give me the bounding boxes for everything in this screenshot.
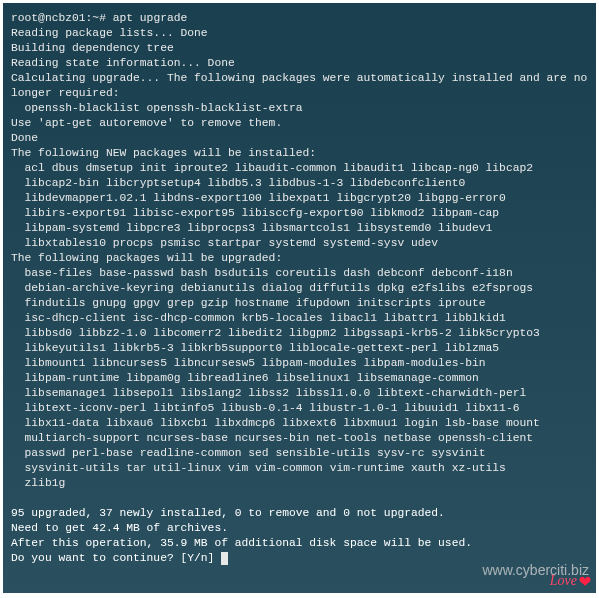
command-input: apt upgrade — [113, 12, 188, 24]
love-label: Love — [550, 573, 577, 589]
output-line: openssh-blacklist openssh-blacklist-extr… — [11, 102, 303, 114]
output-line: multiarch-support ncurses-base ncurses-b… — [11, 432, 533, 444]
output-line: passwd perl-base readline-common sed sen… — [11, 447, 486, 459]
output-line: sysvinit-utils tar util-linux vim vim-co… — [11, 462, 506, 474]
terminal-window[interactable]: root@ncbz01:~# apt upgrade Reading packa… — [3, 3, 596, 593]
output-line: libirs-export91 libisc-export95 libisccf… — [11, 207, 499, 219]
output-line: findutils gnupg gpgv grep gzip hostname … — [11, 297, 486, 309]
output-line: libxtables10 procps psmisc startpar syst… — [11, 237, 438, 249]
diskspace-line: After this operation, 35.9 MB of additio… — [11, 537, 472, 549]
output-line: The following NEW packages will be insta… — [11, 147, 316, 159]
output-line: Building dependency tree — [11, 42, 174, 54]
output-line: libbsd0 libbz2-1.0 libcomerr2 libedit2 l… — [11, 327, 540, 339]
output-line: libmount1 libncurses5 libncursesw5 libpa… — [11, 357, 486, 369]
output-line: Calculating upgrade... The following pac… — [11, 72, 594, 99]
output-line: libpam-systemd libpcre3 libprocps3 libsm… — [11, 222, 492, 234]
output-line: libtext-iconv-perl libtinfo5 libusb-0.1-… — [11, 402, 519, 414]
output-line: Reading state information... Done — [11, 57, 235, 69]
output-line: acl dbus dmsetup init iproute2 libaudit-… — [11, 162, 533, 174]
output-line: libkeyutils1 libkrb5-3 libkrb5support0 l… — [11, 342, 499, 354]
output-line: Reading package lists... Done — [11, 27, 208, 39]
output-line: Done — [11, 132, 38, 144]
output-line: zlib1g — [11, 477, 65, 489]
output-line: libdevmapper1.02.1 libdns-export100 libe… — [11, 192, 506, 204]
output-line: libsemanage1 libsepol1 libslang2 libss2 … — [11, 387, 526, 399]
output-line: The following packages will be upgraded: — [11, 252, 282, 264]
output-line: libpam-runtime libpam0g libreadline6 lib… — [11, 372, 479, 384]
output-line: base-files base-passwd bash bsdutils cor… — [11, 267, 513, 279]
love-badge: Love ❤ — [550, 568, 591, 593]
output-line: debian-archive-keyring debianutils dialo… — [11, 282, 533, 294]
summary-line: 95 upgraded, 37 newly installed, 0 to re… — [11, 507, 445, 519]
output-line: libcap2-bin libcryptsetup4 libdb5.3 libd… — [11, 177, 465, 189]
cursor-icon — [221, 552, 228, 565]
output-line: libx11-data libxau6 libxcb1 libxdmcp6 li… — [11, 417, 540, 429]
heart-icon: ❤ — [579, 568, 591, 593]
output-line: Use 'apt-get autoremove' to remove them. — [11, 117, 282, 129]
shell-prompt: root@ncbz01:~# — [11, 12, 113, 24]
output-line: isc-dhcp-client isc-dhcp-common krb5-loc… — [11, 312, 506, 324]
confirm-prompt[interactable]: Do you want to continue? [Y/n] — [11, 552, 221, 564]
download-line: Need to get 42.4 MB of archives. — [11, 522, 228, 534]
